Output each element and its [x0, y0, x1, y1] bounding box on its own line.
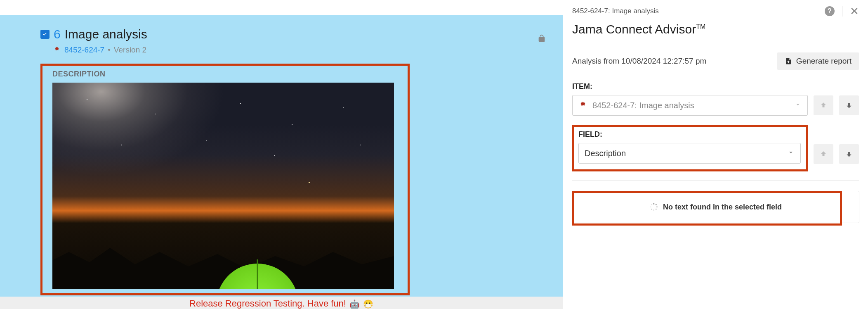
- footer-text: Release Regression Testing. Have fun!: [189, 298, 346, 309]
- panel-breadcrumb: 8452-624-7: Image analysis: [572, 7, 659, 15]
- item-section-label: ITEM:: [572, 82, 859, 91]
- item-detail-panel: 6 Image analysis 8452-624-7 • Version 2 …: [0, 15, 563, 309]
- chevron-down-icon: [787, 149, 795, 158]
- description-label: DESCRIPTION: [52, 70, 408, 78]
- field-section-label: FIELD:: [578, 130, 801, 139]
- description-image: [52, 83, 394, 289]
- item-select-value: 8452-624-7: Image analysis: [592, 101, 694, 110]
- generate-report-button[interactable]: Generate report: [777, 52, 859, 70]
- robot-icon: 🤖: [349, 299, 360, 309]
- svg-point-5: [651, 209, 652, 209]
- panel-title: Jama Connect AdvisorTM: [572, 22, 859, 36]
- footer-banner: Release Regression Testing. Have fun! 🤖 …: [0, 297, 563, 309]
- item-number: 6: [54, 27, 61, 41]
- arrow-down-icon: [845, 150, 853, 158]
- chevron-down-icon: [794, 101, 802, 110]
- svg-point-1: [656, 204, 657, 205]
- help-icon[interactable]: ?: [825, 6, 835, 16]
- item-select[interactable]: 8452-624-7: Image analysis: [572, 95, 808, 116]
- result-message: No text found in the selected field: [663, 203, 782, 212]
- field-prev-button[interactable]: [814, 144, 833, 164]
- svg-point-7: [651, 204, 652, 205]
- generate-report-label: Generate report: [796, 57, 851, 66]
- svg-point-2: [656, 207, 657, 207]
- arrow-down-icon: [845, 101, 853, 109]
- panel-title-text: Jama Connect Advisor: [572, 22, 696, 36]
- unlock-icon[interactable]: [537, 34, 546, 45]
- bug-icon: [578, 101, 587, 110]
- mask-icon: 😷: [363, 299, 373, 309]
- divider: [572, 44, 859, 44]
- svg-point-4: [653, 210, 654, 211]
- field-select-value: Description: [585, 149, 626, 158]
- field-select[interactable]: Description: [578, 143, 801, 164]
- divider: [572, 181, 859, 181]
- item-version: Version 2: [114, 45, 146, 55]
- item-checkbox[interactable]: [40, 30, 50, 39]
- result-message-box: No text found in the selected field: [572, 191, 859, 223]
- close-icon[interactable]: ✕: [850, 6, 859, 17]
- field-highlight-box: FIELD: Description: [572, 125, 808, 171]
- icon-separator: [842, 6, 842, 17]
- item-id-link[interactable]: 8452-624-7: [64, 45, 104, 55]
- export-icon: [785, 57, 792, 65]
- analysis-timestamp: Analysis from 10/08/2024 12:27:57 pm: [572, 57, 706, 66]
- item-meta: 8452-624-7 • Version 2: [53, 45, 563, 55]
- meta-separator: •: [108, 45, 111, 55]
- svg-point-6: [651, 207, 651, 207]
- svg-point-0: [653, 203, 655, 204]
- arrow-up-icon: [819, 150, 828, 158]
- arrow-up-icon: [819, 101, 828, 109]
- svg-point-3: [656, 209, 656, 209]
- item-prev-button[interactable]: [814, 95, 833, 115]
- bug-icon: [53, 46, 61, 54]
- spinner-icon: [650, 203, 658, 211]
- trademark: TM: [696, 23, 705, 30]
- description-highlight-box: DESCRIPTION: [40, 64, 410, 295]
- item-title: Image analysis: [65, 27, 147, 41]
- item-next-button[interactable]: [839, 95, 859, 115]
- advisor-panel: 8452-624-7: Image analysis ? ✕ Jama Conn…: [563, 0, 868, 309]
- field-next-button[interactable]: [839, 144, 859, 164]
